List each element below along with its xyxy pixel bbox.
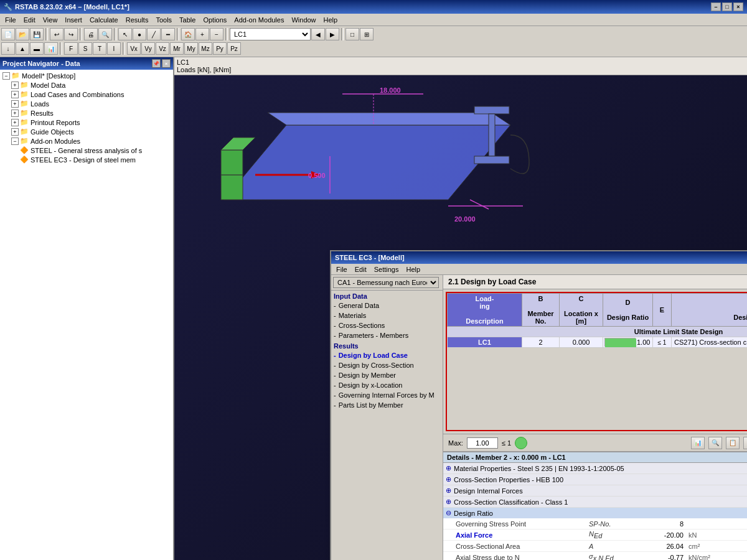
menu-window[interactable]: Window: [288, 15, 319, 25]
tree-governing[interactable]: - Governing Internal Forces by M: [331, 390, 443, 400]
svg-rect-3: [489, 114, 495, 156]
tree-general-data[interactable]: - General Data: [331, 301, 443, 310]
menu-view[interactable]: View: [39, 15, 62, 25]
menu-help[interactable]: Help: [320, 15, 342, 25]
tree-design-x-location[interactable]: - Design by x-Location: [331, 380, 443, 390]
py-btn[interactable]: Py: [213, 42, 227, 55]
tree-parts-list[interactable]: - Parts List by Member: [331, 400, 443, 410]
pz-btn[interactable]: Pz: [227, 42, 241, 55]
tree-materials[interactable]: - Materials: [331, 310, 443, 320]
nav-close[interactable]: ×: [162, 59, 171, 68]
section-material-header[interactable]: ⊕ Material Properties - Steel S 235 | EN…: [443, 463, 747, 474]
vx-btn[interactable]: Vx: [127, 42, 141, 55]
tree-item-results[interactable]: + 📁 Results: [1, 108, 172, 118]
modal-menu-help[interactable]: Help: [402, 265, 424, 274]
menu-results[interactable]: Results: [122, 15, 153, 25]
menu-options[interactable]: Options: [199, 15, 230, 25]
menu-table[interactable]: Table: [176, 15, 199, 25]
undo-button[interactable]: ↩: [50, 28, 63, 40]
tree-item-load-cases[interactable]: + 📁 Load Cases and Combinations: [1, 90, 172, 99]
section-button[interactable]: ▬: [30, 42, 44, 55]
redo-button[interactable]: ↪: [64, 28, 78, 40]
open-button[interactable]: 📂: [16, 28, 29, 40]
ca-combo[interactable]: CA1 - Bemessung nach Eurocode...: [333, 277, 439, 288]
expander-loads[interactable]: +: [11, 100, 19, 108]
tree-cross-sections[interactable]: - Cross-Sections: [331, 320, 443, 330]
tree-item-printout[interactable]: + 📁 Printout Reports: [1, 118, 172, 127]
vz-btn[interactable]: Vz: [156, 42, 169, 55]
menu-addon[interactable]: Add-on Modules: [230, 15, 288, 25]
tree-item-guide[interactable]: + 📁 Guide Objects: [1, 127, 172, 136]
tree-item-addon[interactable]: − 📁 Add-on Modules: [1, 136, 172, 146]
expander-model-data[interactable]: +: [11, 82, 19, 89]
side-view[interactable]: S: [78, 42, 92, 55]
select-button[interactable]: ↖: [118, 28, 132, 40]
load-button[interactable]: ↓: [1, 42, 15, 55]
footer-btn3[interactable]: 📋: [726, 437, 740, 449]
tree-item-steel-general[interactable]: 🔶 STEEL - General stress analysis of s: [1, 146, 172, 155]
modal-menu-file[interactable]: File: [332, 265, 351, 274]
close-button[interactable]: ×: [733, 2, 743, 11]
addon-icon: 📁: [20, 137, 29, 145]
search-button[interactable]: 🔍: [98, 28, 112, 40]
menu-calculate[interactable]: Calculate: [86, 15, 122, 25]
tree-item-model-data[interactable]: + 📁 Model Data: [1, 80, 172, 90]
expander-results[interactable]: +: [11, 110, 19, 117]
my-btn[interactable]: My: [184, 42, 198, 55]
menu-edit[interactable]: Edit: [20, 15, 39, 25]
section-ratio-header[interactable]: ⊖ Design Ratio: [443, 508, 747, 518]
line-button[interactable]: ╱: [147, 28, 161, 40]
print-button[interactable]: 🖨: [84, 28, 98, 40]
mz-btn[interactable]: Mz: [199, 42, 212, 55]
top-view[interactable]: T: [93, 42, 106, 55]
expander-modell[interactable]: −: [2, 72, 10, 80]
zoom-in-button[interactable]: +: [195, 28, 209, 40]
iso-view[interactable]: I: [107, 42, 121, 55]
support-button[interactable]: ▲: [16, 42, 29, 55]
tree-parameters[interactable]: - Parameters - Members: [331, 330, 443, 340]
modal-menu-settings[interactable]: Settings: [370, 265, 403, 274]
node-button[interactable]: ●: [133, 28, 146, 40]
menu-insert[interactable]: Insert: [61, 15, 86, 25]
section-internal-header[interactable]: ⊕ Design Internal Forces: [443, 485, 747, 496]
tree-design-load-case[interactable]: - Design by Load Case: [331, 350, 443, 360]
mr-btn[interactable]: Mr: [170, 42, 184, 55]
sep2: [80, 28, 82, 40]
next-lc[interactable]: ▶: [326, 28, 339, 40]
tree-design-cross-section[interactable]: - Design by Cross-Section: [331, 360, 443, 370]
prev-lc[interactable]: ◀: [311, 28, 325, 40]
maximize-button[interactable]: □: [722, 2, 732, 11]
footer-btn1[interactable]: 📊: [691, 437, 705, 449]
nav-pin[interactable]: 📌: [152, 59, 161, 68]
menu-file[interactable]: File: [1, 15, 20, 25]
minimize-button[interactable]: –: [711, 2, 721, 11]
section-class-header[interactable]: ⊕ Cross-Section Classification - Class 1: [443, 497, 747, 507]
modal-menu-edit[interactable]: Edit: [351, 265, 370, 274]
save-button[interactable]: 💾: [30, 28, 44, 40]
wire-button[interactable]: ⊞: [360, 28, 374, 40]
tree-item-loads[interactable]: + 📁 Loads: [1, 99, 172, 108]
expander-guide[interactable]: +: [11, 128, 19, 136]
tree-item-steel-ec3[interactable]: 🔶 STEEL EC3 - Design of steel mem: [1, 155, 172, 164]
expander-printout[interactable]: +: [11, 119, 19, 126]
render-button[interactable]: □: [345, 28, 359, 40]
front-view[interactable]: F: [64, 42, 78, 55]
vy-btn[interactable]: Vy: [141, 42, 155, 55]
member-button[interactable]: ━: [161, 28, 175, 40]
footer-btn4[interactable]: ✂: [743, 437, 747, 449]
expander-load-cases[interactable]: +: [11, 91, 19, 98]
section-cross-section-header[interactable]: ⊕ Cross-Section Properties - HEB 100: [443, 474, 747, 485]
footer-btn2[interactable]: 🔍: [708, 437, 722, 449]
menu-tools[interactable]: Tools: [152, 15, 176, 25]
tree-design-member[interactable]: - Design by Member: [331, 370, 443, 380]
max-input[interactable]: [467, 437, 498, 449]
view-button[interactable]: 🏠: [181, 28, 195, 40]
new-button[interactable]: 📄: [1, 28, 15, 40]
data-row-lc1[interactable]: LC1 2 0.000 1.00: [448, 337, 748, 348]
result-button[interactable]: 📊: [44, 42, 58, 55]
expander-addon[interactable]: −: [11, 138, 19, 145]
zoom-out-button[interactable]: −: [210, 28, 223, 40]
lc-combo[interactable]: LC1: [230, 28, 311, 40]
tree-item-modell[interactable]: − 📁 Modell* [Desktop]: [1, 71, 172, 80]
cell-location: 0.000: [560, 337, 603, 348]
